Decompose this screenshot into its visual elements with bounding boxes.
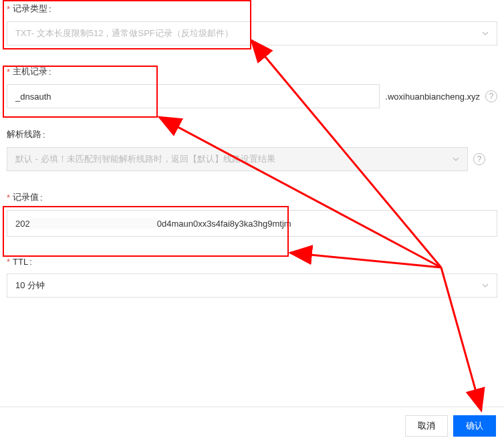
host-record-label: * 主机记录 : (7, 66, 497, 78)
domain-suffix: .woxihuanbiancheng.xyz (385, 92, 480, 102)
host-record-input[interactable]: _dnsauth (7, 84, 380, 108)
record-type-label: * 记录类型 : (7, 3, 497, 15)
record-type-group: * 记录类型 : TXT- 文本长度限制512，通常做SPF记录（反垃圾邮件） (7, 0, 497, 45)
required-star: * (7, 257, 10, 267)
label-text: 记录类型 (13, 3, 47, 15)
chevron-down-icon (453, 156, 459, 162)
ttl-group: * TTL : 10 分钟 (7, 257, 497, 298)
resolve-line-select[interactable]: 默认 - 必填！未匹配到智能解析线路时，返回【默认】线路设置结果 (7, 147, 468, 171)
resolve-line-value: 默认 - 必填！未匹配到智能解析线路时，返回【默认】线路设置结果 (15, 153, 275, 165)
chevron-down-icon (482, 282, 489, 289)
host-record-value: _dnsauth (15, 92, 51, 102)
required-star: * (7, 193, 10, 203)
host-record-group: * 主机记录 : _dnsauth .woxihuanbiancheng.xyz… (7, 66, 497, 108)
record-value-group: * 记录值 : 202 0d4maun0xx3s4fai8y3ka3hg9mtj… (7, 191, 497, 237)
ttl-value: 10 分钟 (15, 280, 45, 292)
label-text: 解析线路 (7, 128, 41, 140)
required-star: * (7, 4, 10, 14)
resolve-line-group: 解析线路 : 默认 - 必填！未匹配到智能解析线路时，返回【默认】线路设置结果 … (7, 128, 497, 171)
ttl-label: * TTL : (7, 257, 497, 267)
confirm-button[interactable]: 确认 (453, 415, 496, 437)
record-value-prefix: 202 (15, 219, 30, 229)
required-star: * (7, 67, 10, 77)
dialog-footer: 取消 确认 (0, 407, 504, 444)
chevron-down-icon (482, 30, 489, 37)
ttl-select[interactable]: 10 分钟 (7, 273, 497, 298)
resolve-line-label: 解析线路 : (7, 128, 497, 140)
record-value-suffix: 0d4maun0xx3s4fai8y3ka3hg9mtjm (157, 219, 291, 229)
cancel-button[interactable]: 取消 (405, 415, 448, 437)
label-text: 记录值 (13, 191, 39, 203)
redacted-region (30, 218, 157, 229)
record-type-value: TXT- 文本长度限制512，通常做SPF记录（反垃圾邮件） (15, 27, 233, 39)
record-type-select[interactable]: TXT- 文本长度限制512，通常做SPF记录（反垃圾邮件） (7, 21, 497, 45)
label-text: 主机记录 (13, 66, 47, 78)
label-text: TTL (13, 257, 28, 267)
help-icon[interactable]: ? (473, 153, 485, 165)
record-value-input[interactable]: 202 0d4maun0xx3s4fai8y3ka3hg9mtjm (7, 210, 497, 237)
help-icon[interactable]: ? (485, 90, 497, 102)
record-value-label: * 记录值 : (7, 191, 497, 203)
